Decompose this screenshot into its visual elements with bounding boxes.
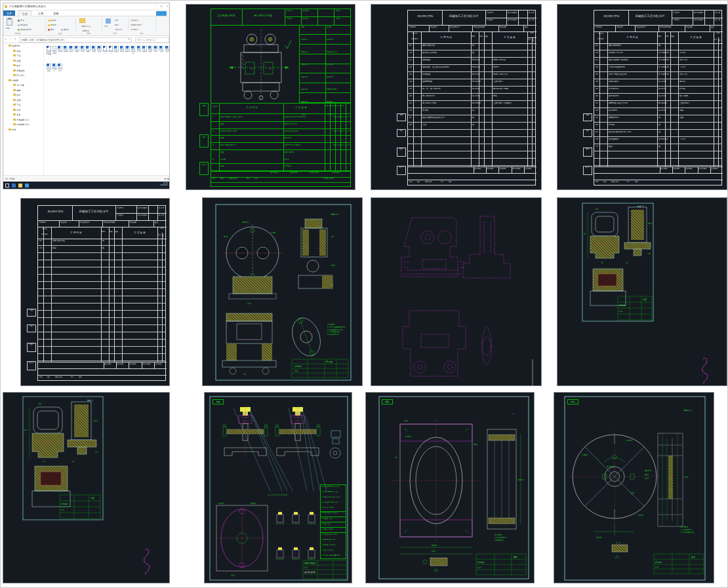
file-item[interactable]: 盖板 bbox=[85, 46, 91, 55]
bom-row: 10 定位键 18h8 2 45 bbox=[321, 501, 346, 506]
minimize-button[interactable]: – bbox=[155, 5, 156, 9]
file-item[interactable]: 工序卡02 bbox=[108, 46, 114, 55]
properties-icon[interactable] bbox=[106, 18, 111, 24]
file-item[interactable]: 装配图 bbox=[125, 46, 131, 55]
file-item[interactable]: 压板 bbox=[96, 46, 102, 55]
folder-icon bbox=[9, 45, 11, 47]
copy-path-button[interactable]: 复制路径 bbox=[18, 24, 28, 26]
close-button[interactable]: ✕ bbox=[167, 5, 169, 9]
rename-button[interactable]: 重命名 bbox=[61, 28, 69, 31]
file-item[interactable]: 工序卡01 bbox=[102, 46, 108, 55]
header-label: 共 1 页 bbox=[159, 208, 164, 210]
edit-button[interactable]: 编辑 bbox=[115, 24, 119, 26]
sidebar-item[interactable]: 视频 bbox=[3, 89, 43, 94]
select-none-button[interactable]: 全部取消选择 bbox=[131, 24, 142, 26]
file-item[interactable]: 底座 bbox=[91, 46, 97, 55]
select-all-button[interactable]: 全部选择 bbox=[131, 19, 138, 22]
paste-shortcut-button[interactable]: 粘贴快捷方式 bbox=[18, 28, 31, 31]
tab-file[interactable]: 文件 bbox=[3, 10, 15, 16]
footer-label: 设计(日期) bbox=[660, 168, 667, 170]
file-item[interactable]: 对刀块 bbox=[136, 46, 142, 55]
header-label: 备注 bbox=[711, 27, 714, 29]
expand-arrow-icon[interactable]: › bbox=[5, 80, 5, 83]
history-button[interactable]: 历史记录 bbox=[115, 28, 122, 31]
tab-home[interactable]: 主页 bbox=[18, 10, 31, 16]
sidebar-item[interactable]: › 网络 bbox=[3, 128, 43, 134]
file-item[interactable]: 零件图 bbox=[119, 46, 125, 55]
side-view bbox=[624, 207, 651, 256]
file-item[interactable]: 挡块 bbox=[164, 46, 170, 55]
new-folder-button[interactable]: 新建文件夹 bbox=[77, 25, 94, 28]
tab-share[interactable]: 共享 bbox=[35, 10, 47, 16]
file-item[interactable]: 垫圈 bbox=[159, 46, 165, 55]
file-item[interactable]: 钻套 bbox=[68, 46, 74, 55]
sidebar-item[interactable]: 本地磁盘 (C:) bbox=[3, 119, 43, 124]
sidebar-item[interactable]: 文档 bbox=[3, 99, 43, 104]
file-item[interactable]: 夹具体 bbox=[57, 46, 63, 55]
sidebar-item[interactable]: 下载 bbox=[3, 104, 43, 109]
cut-button[interactable]: 剪切 bbox=[18, 19, 24, 22]
sidebar-item[interactable]: 音乐 bbox=[3, 109, 43, 114]
card-title: 机械加工工艺过程卡片 bbox=[73, 210, 114, 213]
file-item[interactable]: 工序简图 bbox=[131, 46, 136, 55]
view-toggle-icons[interactable]: ▤ ▦ bbox=[164, 178, 169, 180]
maximize-button[interactable]: ☐ bbox=[160, 5, 163, 9]
paste-icon[interactable] bbox=[7, 18, 12, 26]
file-item[interactable]: 转盘 bbox=[80, 46, 86, 55]
sidebar-item[interactable]: 图片 bbox=[3, 64, 43, 69]
search-input[interactable]: 搜索"工艺装配图工艺…" bbox=[135, 37, 169, 43]
start-button[interactable] bbox=[5, 184, 9, 187]
paste-button[interactable]: 粘贴 bbox=[6, 27, 10, 29]
file-item[interactable]: 芯轴 bbox=[148, 46, 153, 55]
invert-selection-button[interactable]: 反向选择 bbox=[131, 28, 138, 31]
taskbar-app-icon[interactable] bbox=[12, 184, 16, 187]
copy-to-button[interactable]: 复制到 bbox=[48, 24, 56, 26]
svg-text:70: 70 bbox=[395, 456, 397, 459]
taskbar-app-icon[interactable] bbox=[25, 184, 29, 187]
footer-label: 审核(日期) bbox=[499, 168, 506, 170]
sidebar-item[interactable]: 3D 对象 bbox=[3, 84, 43, 89]
forward-button[interactable]: → bbox=[9, 37, 12, 41]
file-item[interactable]: 支架 bbox=[74, 46, 80, 55]
file-item[interactable]: 钻模板 bbox=[142, 46, 148, 55]
open-button[interactable]: 打开 bbox=[115, 19, 119, 22]
file-item[interactable]: 螺母 bbox=[153, 46, 159, 55]
move-to-button[interactable]: 移动到 bbox=[48, 19, 56, 22]
file-item[interactable]: 工序卡片 bbox=[52, 64, 58, 73]
file-item[interactable]: 夹具总图 bbox=[57, 64, 63, 73]
svg-text:30: 30 bbox=[648, 252, 651, 255]
sidebar-item[interactable]: 桌面 bbox=[3, 50, 43, 55]
file-item[interactable]: 工艺装配图工艺说明书 bbox=[46, 46, 52, 55]
expand-arrow-icon[interactable]: › bbox=[5, 129, 5, 132]
title-bar[interactable]: 工艺装配图工艺图纸和夹具设计 – ☐ ✕ bbox=[3, 3, 170, 10]
drawing-canvas: Φ40H7 4-Φ9 120 R20 85 Φ25 35 70 Ra6.3 √ … bbox=[203, 198, 363, 386]
refresh-icon[interactable]: ⟳ bbox=[128, 38, 130, 41]
sidebar-item[interactable]: 夹具设计 bbox=[3, 74, 43, 79]
file-item[interactable]: 工艺过程卡 bbox=[46, 64, 52, 73]
sidebar-item[interactable]: 图片 bbox=[3, 94, 43, 99]
sidebar-item[interactable]: 桌面 bbox=[3, 113, 43, 119]
taskbar-app-icon[interactable] bbox=[18, 184, 22, 187]
up-button[interactable]: ↑ bbox=[14, 37, 16, 41]
file-item[interactable]: 加工工艺过程 bbox=[52, 46, 58, 55]
sidebar-item[interactable]: 下载 bbox=[3, 54, 43, 60]
file-item[interactable]: 定位销 bbox=[63, 46, 69, 55]
folder-icon bbox=[13, 119, 16, 121]
help-button[interactable] bbox=[156, 11, 167, 16]
tab-view[interactable]: 查看 bbox=[50, 10, 62, 16]
sidebar-item[interactable]: 本地磁盘 (D:) bbox=[3, 123, 43, 128]
sidebar-item[interactable]: 机械图纸 bbox=[3, 69, 43, 75]
delete-button[interactable]: 删除 bbox=[48, 28, 54, 31]
footer-label: 会签(日期) bbox=[525, 168, 531, 170]
file-list: 工艺装配图工艺说明书 加工工艺过程 夹具体 定位销 bbox=[44, 43, 170, 175]
sidebar-item[interactable]: ⌄ 快速访问 bbox=[3, 45, 43, 50]
properties-button[interactable]: 属性 bbox=[104, 25, 108, 28]
new-folder-icon[interactable] bbox=[79, 18, 85, 23]
file-item[interactable]: 毛坯图 bbox=[113, 46, 119, 55]
back-button[interactable]: ← bbox=[5, 37, 7, 41]
taskbar-clock[interactable]: 16:482023/6/2 bbox=[160, 182, 168, 187]
sidebar-item[interactable]: 文档 bbox=[3, 60, 43, 65]
expand-arrow-icon[interactable]: ⌄ bbox=[5, 45, 7, 48]
breadcrumb[interactable]: 此电脑 › 文档 › 工艺装配图工艺图纸和夹具设计 bbox=[19, 37, 132, 43]
sidebar-item[interactable]: › 此电脑 bbox=[3, 79, 43, 85]
